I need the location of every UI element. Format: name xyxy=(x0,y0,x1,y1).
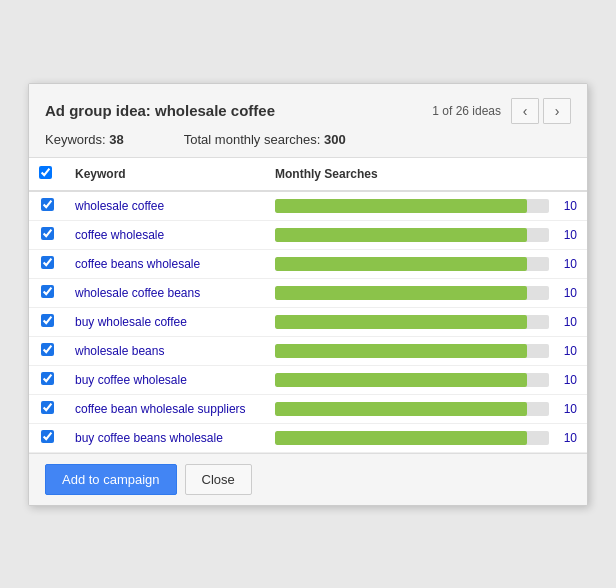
monthly-stat: Total monthly searches: 300 xyxy=(184,132,346,147)
table-row: coffee wholesale10 xyxy=(29,220,587,249)
title-prefix: Ad group idea: xyxy=(45,102,155,119)
table-container: Keyword Monthly Searches wholesale coffe… xyxy=(29,158,587,453)
row-checkbox-cell xyxy=(29,423,65,452)
header-stats: Keywords: 38 Total monthly searches: 300 xyxy=(45,132,571,147)
table-row: wholesale coffee10 xyxy=(29,191,587,221)
col-monthly-header: Monthly Searches xyxy=(265,158,587,191)
nav-controls: 1 of 26 ideas ‹ › xyxy=(432,98,571,124)
bar-count: 10 xyxy=(557,257,577,271)
keywords-table: Keyword Monthly Searches wholesale coffe… xyxy=(29,158,587,453)
row-checkbox[interactable] xyxy=(41,401,54,414)
row-checkbox[interactable] xyxy=(41,198,54,211)
bar-count: 10 xyxy=(557,431,577,445)
bar-count: 10 xyxy=(557,315,577,329)
col-checkbox xyxy=(29,158,65,191)
row-keyword: wholesale coffee xyxy=(65,191,265,221)
table-row: buy wholesale coffee10 xyxy=(29,307,587,336)
row-checkbox-cell xyxy=(29,394,65,423)
bar-count: 10 xyxy=(557,344,577,358)
bar-count: 10 xyxy=(557,286,577,300)
bar-fill xyxy=(275,228,527,242)
row-checkbox[interactable] xyxy=(41,285,54,298)
row-keyword: wholesale beans xyxy=(65,336,265,365)
bar-fill xyxy=(275,286,527,300)
row-keyword: buy coffee wholesale xyxy=(65,365,265,394)
dialog-footer: Add to campaign Close xyxy=(29,453,587,505)
add-to-campaign-button[interactable]: Add to campaign xyxy=(45,464,177,495)
row-checkbox-cell xyxy=(29,336,65,365)
table-row: buy coffee wholesale10 xyxy=(29,365,587,394)
bar-count: 10 xyxy=(557,228,577,242)
row-bar-cell: 10 xyxy=(265,336,587,365)
bar-fill xyxy=(275,344,527,358)
nav-prev-button[interactable]: ‹ xyxy=(511,98,539,124)
monthly-label: Total monthly searches: xyxy=(184,132,324,147)
row-checkbox-cell xyxy=(29,220,65,249)
row-keyword: buy coffee beans wholesale xyxy=(65,423,265,452)
row-checkbox[interactable] xyxy=(41,430,54,443)
row-bar-cell: 10 xyxy=(265,394,587,423)
monthly-value: 300 xyxy=(324,132,346,147)
bar-fill xyxy=(275,402,527,416)
row-keyword: coffee wholesale xyxy=(65,220,265,249)
row-keyword: buy wholesale coffee xyxy=(65,307,265,336)
row-bar-cell: 10 xyxy=(265,307,587,336)
row-bar-cell: 10 xyxy=(265,278,587,307)
row-keyword: coffee bean wholesale suppliers xyxy=(65,394,265,423)
row-keyword: wholesale coffee beans xyxy=(65,278,265,307)
nav-info: 1 of 26 ideas xyxy=(432,104,501,118)
keywords-label: Keywords: xyxy=(45,132,109,147)
row-checkbox-cell xyxy=(29,307,65,336)
dialog-header: Ad group idea: wholesale coffee 1 of 26 … xyxy=(29,84,587,158)
keywords-value: 38 xyxy=(109,132,123,147)
ad-group-title: Ad group idea: wholesale coffee xyxy=(45,102,275,119)
table-row: wholesale beans10 xyxy=(29,336,587,365)
bar-fill xyxy=(275,257,527,271)
row-checkbox[interactable] xyxy=(41,372,54,385)
bar-count: 10 xyxy=(557,199,577,213)
header-top: Ad group idea: wholesale coffee 1 of 26 … xyxy=(45,98,571,124)
col-keyword-header: Keyword xyxy=(65,158,265,191)
row-bar-cell: 10 xyxy=(265,220,587,249)
table-header-row: Keyword Monthly Searches xyxy=(29,158,587,191)
row-keyword: coffee beans wholesale xyxy=(65,249,265,278)
row-checkbox-cell xyxy=(29,365,65,394)
row-checkbox[interactable] xyxy=(41,314,54,327)
row-checkbox[interactable] xyxy=(41,256,54,269)
bar-fill xyxy=(275,315,527,329)
keywords-stat: Keywords: 38 xyxy=(45,132,124,147)
row-checkbox-cell xyxy=(29,278,65,307)
select-all-checkbox[interactable] xyxy=(39,166,52,179)
row-checkbox[interactable] xyxy=(41,227,54,240)
row-bar-cell: 10 xyxy=(265,423,587,452)
title-bold: wholesale coffee xyxy=(155,102,275,119)
bar-fill xyxy=(275,431,527,445)
row-checkbox-cell xyxy=(29,249,65,278)
row-bar-cell: 10 xyxy=(265,365,587,394)
table-body: wholesale coffee10coffee wholesale10coff… xyxy=(29,191,587,453)
bar-fill xyxy=(275,373,527,387)
dialog: Ad group idea: wholesale coffee 1 of 26 … xyxy=(28,83,588,506)
bar-fill xyxy=(275,199,527,213)
row-checkbox[interactable] xyxy=(41,343,54,356)
close-button[interactable]: Close xyxy=(185,464,252,495)
table-row: wholesale coffee beans10 xyxy=(29,278,587,307)
row-bar-cell: 10 xyxy=(265,191,587,221)
table-row: coffee beans wholesale10 xyxy=(29,249,587,278)
row-checkbox-cell xyxy=(29,191,65,221)
bar-count: 10 xyxy=(557,373,577,387)
table-row: buy coffee beans wholesale10 xyxy=(29,423,587,452)
nav-next-button[interactable]: › xyxy=(543,98,571,124)
row-bar-cell: 10 xyxy=(265,249,587,278)
bar-count: 10 xyxy=(557,402,577,416)
table-row: coffee bean wholesale suppliers10 xyxy=(29,394,587,423)
